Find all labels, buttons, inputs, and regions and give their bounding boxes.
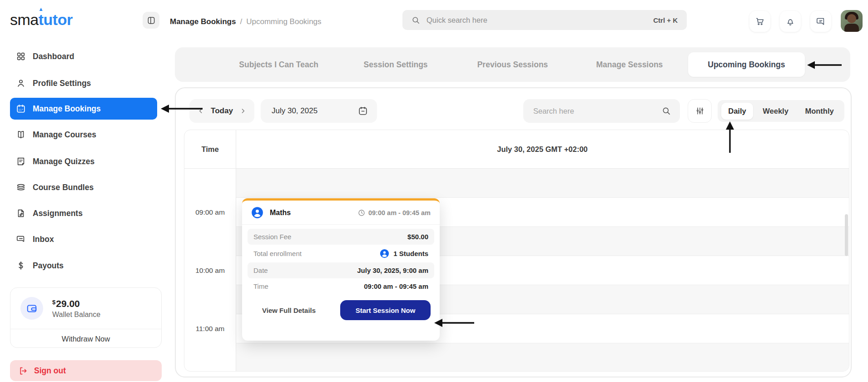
today-button[interactable]: Today [211,106,233,116]
tab-upcoming-bookings[interactable]: Upcoming Bookings [688,52,805,77]
sidebar-item-manage-quizzes[interactable]: Manage Quizzes [10,152,157,171]
sign-out-button[interactable]: Sign out [10,360,162,381]
chevron-left-icon[interactable] [197,107,204,115]
student-avatar-icon [251,206,263,219]
filter-button[interactable] [688,99,712,123]
wallet-icon [20,297,43,320]
wallet-card: $29.00 Wallet Balance Withdraw Now [10,287,162,348]
row-value-group: 1 Students [380,249,428,258]
book-icon [16,130,26,140]
global-search-placeholder: Quick search here [427,16,647,25]
event-row-date: Date July 30, 2025, 9:00 am [248,262,434,278]
row-value: 09:00 am - 09:45 am [364,282,428,290]
row-value: July 30, 2025, 9:00 am [357,266,428,274]
time-column-divider [236,130,236,371]
sidebar-item-profile-settings[interactable]: Profile Settings [10,74,157,92]
calendar-date-header: July 30, 2025 GMT +02:00 [236,130,849,169]
tab-session-settings[interactable]: Session Settings [337,52,454,77]
sidebar-toggle-button[interactable] [143,12,159,29]
cart-icon [755,16,765,26]
start-session-now-button[interactable]: Start Session Now [340,300,431,320]
sidebar-item-dashboard[interactable]: Dashboard [10,47,157,65]
chevron-right-icon[interactable] [239,107,247,115]
assignment-icon [16,208,26,218]
date-picker-field[interactable]: July 30, 2025 [261,99,377,123]
logo-text-suffix: tutor [39,11,73,28]
sidebar-item-label: Payouts [33,261,64,271]
sidebar-nav: Dashboard Profile Settings Manage Bookin… [0,40,175,382]
upcoming-bookings-panel: Today July 30, 2025 Search here Daily We… [175,87,852,377]
time-column-header: Time [184,130,236,169]
sidebar-item-manage-bookings[interactable]: Manage Bookings [10,98,157,120]
tab-previous-sessions[interactable]: Previous Sessions [454,52,571,77]
sidebar-item-payouts[interactable]: Payouts [10,256,157,275]
sidebar-item-course-bundles[interactable]: Course Bundles [10,178,157,196]
cart-button[interactable] [749,11,770,32]
event-time-range: 09:00 am - 09:45 am [368,209,431,216]
global-search-input[interactable]: Quick search here Ctrl + K [402,10,687,30]
student-avatar-icon [380,249,389,258]
sidebar-item-label: Assignments [33,209,83,218]
event-time-range-group: 09:00 am - 09:45 am [358,209,431,216]
row-label: Time [253,282,268,290]
bookings-tabs: Subjects I Can Teach Session Settings Pr… [175,47,850,82]
sidebar-item-assignments[interactable]: Assignments [10,204,157,222]
calendar-scrollbar[interactable] [845,214,848,256]
event-row-enrollment: Total enrollment 1 Students [248,245,434,262]
wallet-amount: $29.00 [52,298,100,309]
app-logo: smatutor [10,11,73,29]
event-row-time: Time 09:00 am - 09:45 am [248,278,434,294]
sidebar-item-manage-courses[interactable]: Manage Courses [10,126,157,144]
layers-icon [16,182,26,192]
row-label: Total enrollment [253,250,302,257]
calendar-search-input[interactable]: Search here [523,99,680,123]
calendar-slot[interactable] [236,343,849,372]
event-detail-rows: Session Fee $50.00 Total enrollment 1 St… [242,225,440,294]
view-option-monthly[interactable]: Monthly [798,103,840,120]
day-calendar: Time July 30, 2025 GMT +02:00 09:00 am 1… [184,130,849,372]
messages-button[interactable] [810,11,831,32]
sliders-icon [695,106,704,116]
wallet-value: 29.00 [56,298,80,309]
view-full-details-link[interactable]: View Full Details [262,307,316,314]
calendar-minus-icon [358,106,368,116]
tab-subjects-i-can-teach[interactable]: Subjects I Can Teach [220,52,337,77]
view-option-weekly[interactable]: Weekly [756,103,795,120]
top-header: smatutor Manage Bookings / Upcomming Boo… [0,0,868,40]
selected-date: July 30, 2025 [272,106,317,116]
sidebar-item-label: Manage Bookings [33,104,101,114]
bell-icon [785,16,795,26]
sidebar-item-label: Dashboard [33,52,74,61]
notifications-button[interactable] [780,11,801,32]
user-icon [16,78,26,88]
view-mode-toggle: Daily Weekly Monthly [718,100,844,122]
wallet-currency: $ [52,299,55,306]
breadcrumb-separator: / [240,17,242,26]
withdraw-now-button[interactable]: Withdraw Now [10,329,161,348]
sidebar-item-label: Manage Quizzes [33,157,94,166]
tab-manage-sessions[interactable]: Manage Sessions [571,52,688,77]
wallet-label: Wallet Balance [52,311,100,319]
event-row-session-fee: Session Fee $50.00 [248,229,434,245]
time-label: 10:00 am [184,256,236,285]
breadcrumb-page: Upcomming Bookings [246,17,321,26]
avatar-shoulders [844,24,859,32]
inbox-chat-icon [16,234,26,244]
calendar-search-placeholder: Search here [533,107,574,116]
breadcrumb-section[interactable]: Manage Bookings [170,17,236,26]
calendar-icon [16,104,26,114]
search-icon [412,16,420,25]
search-shortcut-hint: Ctrl + K [653,16,678,24]
logout-icon [18,366,28,376]
sidebar-item-label: Profile Settings [33,79,91,88]
user-avatar[interactable] [841,10,863,32]
event-card-header: Maths 09:00 am - 09:45 am [242,201,440,225]
sidebar-item-label: Course Bundles [33,183,94,192]
row-label: Date [253,266,268,274]
sidebar-item-inbox[interactable]: Inbox [10,230,157,248]
view-option-daily[interactable]: Daily [721,103,753,120]
event-subject: Maths [270,209,352,217]
row-label: Session Fee [253,233,291,241]
event-card-footer: View Full Details Start Session Now [242,294,440,320]
calendar-slot[interactable] [236,169,849,198]
